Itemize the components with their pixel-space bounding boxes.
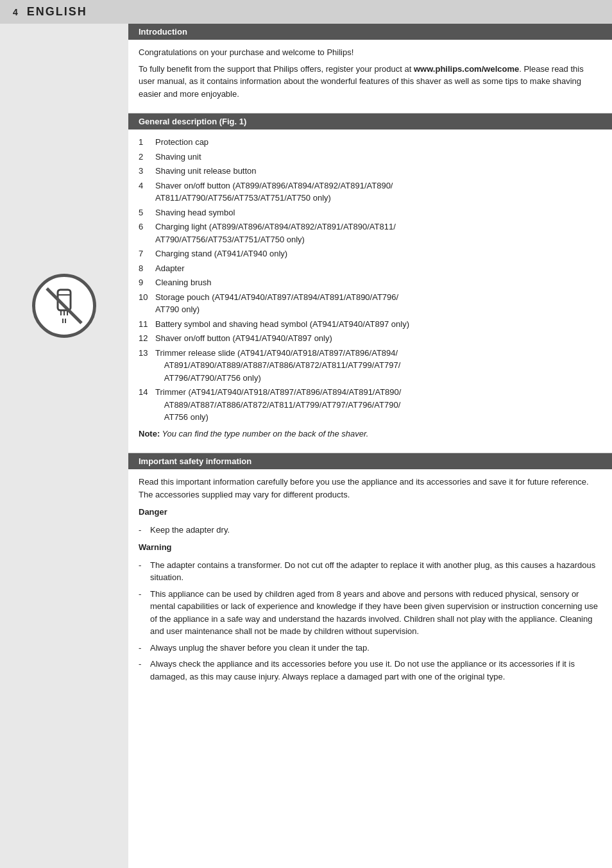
warning-svg bbox=[42, 283, 87, 328]
description-list: 1Protection cap 2Shaving unit 3Shaving u… bbox=[139, 136, 602, 424]
svg-line-7 bbox=[47, 288, 81, 323]
list-item: 4Shaver on/off button (AT899/AT896/AT894… bbox=[139, 179, 602, 204]
section-header-general: General description (Fig. 1) bbox=[128, 113, 612, 129]
list-item: 1Protection cap bbox=[139, 136, 602, 149]
list-item: 6Charging light (AT899/AT896/AT894/AT892… bbox=[139, 221, 602, 246]
main-layout: Introduction Congratulations on your pur… bbox=[0, 24, 612, 868]
intro-para-2: To fully benefit from the support that P… bbox=[139, 63, 602, 101]
list-item: 7Charging stand (AT941/AT940 only) bbox=[139, 247, 602, 260]
no-water-icon bbox=[32, 274, 96, 338]
sidebar bbox=[0, 24, 128, 868]
list-item: 8Adapter bbox=[139, 262, 602, 275]
general-desc-block: 1Protection cap 2Shaving unit 3Shaving u… bbox=[128, 129, 612, 453]
danger-heading: Danger bbox=[139, 506, 602, 519]
list-item: 12Shaver on/off button (AT941/AT940/AT89… bbox=[139, 332, 602, 345]
list-item: - Always unplug the shaver before you cl… bbox=[139, 642, 602, 655]
list-item: 13Trimmer release slide (AT941/AT940/AT9… bbox=[139, 347, 602, 385]
page-title: ENGLISH bbox=[27, 5, 87, 19]
general-desc-label: General description (Fig. 1) bbox=[139, 117, 246, 126]
introduction-block: Congratulations on your purchase and wel… bbox=[128, 40, 612, 113]
content-area: Introduction Congratulations on your pur… bbox=[128, 24, 612, 868]
intro-url: www.philips.com/welcome bbox=[414, 64, 519, 74]
page: 4 ENGLISH bbox=[0, 0, 612, 868]
safety-intro: Read this important information carefull… bbox=[139, 476, 602, 501]
list-item: 3Shaving unit release button bbox=[139, 165, 602, 178]
list-item: 11Battery symbol and shaving head symbol… bbox=[139, 318, 602, 331]
list-item: 9Cleaning brush bbox=[139, 276, 602, 289]
introduction-label: Introduction bbox=[139, 27, 187, 37]
safety-block: Read this important information carefull… bbox=[128, 469, 612, 693]
warning-list: - The adapter contains a transformer. Do… bbox=[139, 559, 602, 683]
list-item: 2Shaving unit bbox=[139, 151, 602, 163]
list-item: - Keep the adapter dry. bbox=[139, 524, 602, 537]
list-item: 14Trimmer (AT941/AT940/AT918/AT897/AT896… bbox=[139, 386, 602, 424]
warning-heading: Warning bbox=[139, 541, 602, 554]
list-item: 10Storage pouch (AT941/AT940/AT897/AT894… bbox=[139, 291, 602, 316]
safety-label: Important safety information bbox=[139, 456, 251, 466]
warning-icon-area bbox=[32, 274, 96, 338]
list-item: - Always check the appliance and its acc… bbox=[139, 658, 602, 683]
page-header: 4 ENGLISH bbox=[0, 0, 612, 24]
section-header-introduction: Introduction bbox=[128, 24, 612, 40]
list-item: 5Shaving head symbol bbox=[139, 206, 602, 219]
note-text: Note: You can find the type number on th… bbox=[139, 428, 602, 440]
intro-para-1: Congratulations on your purchase and wel… bbox=[139, 46, 602, 59]
danger-list: - Keep the adapter dry. bbox=[139, 524, 602, 537]
page-number: 4 bbox=[13, 7, 18, 17]
list-item: - This appliance can be used by children… bbox=[139, 588, 602, 638]
section-header-safety: Important safety information bbox=[128, 453, 612, 469]
list-item: - The adapter contains a transformer. Do… bbox=[139, 559, 602, 584]
